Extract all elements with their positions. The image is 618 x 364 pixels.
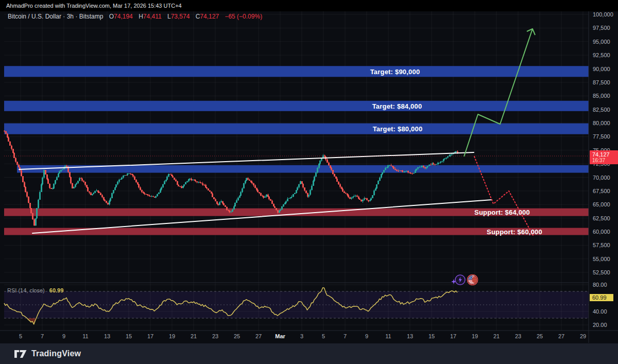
candle-body — [345, 193, 347, 194]
time-axis-label[interactable]: 19 — [169, 334, 175, 339]
time-axis-label[interactable]: 3 — [300, 334, 303, 339]
time-axis-label[interactable]: 11 — [385, 334, 391, 339]
price-axis-label[interactable]: 97,500 — [593, 25, 610, 31]
trendline-wedge-upper[interactable] — [19, 152, 474, 169]
candle-body — [406, 171, 407, 171]
candle-body — [90, 193, 92, 195]
price-axis-label[interactable]: 82,500 — [593, 107, 610, 113]
trendline-wedge-lower[interactable] — [32, 200, 492, 233]
time-axis-label[interactable]: 17 — [450, 334, 456, 339]
candle-body — [356, 196, 358, 197]
candle-body — [175, 180, 177, 181]
time-axis-label[interactable]: Mar — [275, 334, 285, 339]
price-axis-label[interactable]: 60,000 — [593, 229, 610, 235]
candle-body — [11, 146, 12, 149]
rsi-line[interactable] — [4, 288, 457, 324]
rsi-title: RSI (14, close) — [7, 287, 45, 293]
price-axis-label[interactable]: 67,500 — [593, 188, 610, 194]
rsi-axis-label[interactable]: 20.00 — [593, 322, 607, 328]
candle-body — [4, 131, 5, 131]
tradingview-brand[interactable]: TradingView — [31, 349, 81, 358]
time-axis-label[interactable]: 27 — [558, 334, 564, 339]
price-axis-label[interactable]: 77,500 — [593, 134, 610, 140]
price-axis-label[interactable]: 55,000 — [593, 256, 610, 262]
rsi-axis-label[interactable]: 40.00 — [593, 309, 607, 315]
candle-body — [445, 158, 447, 159]
price-axis-label[interactable]: 95,000 — [593, 39, 610, 45]
zone-label: Support: $64,000 — [474, 209, 530, 216]
price-axis-label[interactable]: 62,500 — [593, 216, 610, 221]
candle-body — [83, 181, 84, 182]
candle-body — [402, 170, 403, 171]
time-axis-label[interactable]: 7 — [344, 334, 347, 339]
time-axis-label[interactable]: 23 — [515, 334, 521, 339]
candle-body — [327, 160, 328, 162]
price-axis-label[interactable]: 52,500 — [593, 270, 610, 275]
bullish-projection-line[interactable] — [464, 29, 533, 157]
price-axis-label[interactable]: 92,500 — [593, 53, 610, 58]
candle-body — [103, 197, 105, 200]
footer-bar: TradingView — [0, 343, 618, 364]
candlestick-series[interactable] — [4, 130, 458, 226]
price-axis-label[interactable]: 100,000 — [593, 12, 613, 18]
time-axis-label[interactable]: 17 — [147, 334, 153, 339]
candle-body — [114, 187, 116, 190]
candle-body — [117, 182, 118, 184]
rsi-header[interactable]: RSI (14, close) 60.99 — [7, 287, 63, 293]
rsi-axis-label[interactable]: 80.00 — [593, 282, 607, 288]
time-axis-label[interactable]: 19 — [472, 334, 478, 339]
time-axis-label[interactable]: 27 — [255, 334, 262, 339]
time-axis-label[interactable]: 23 — [212, 334, 218, 339]
candle-body — [161, 187, 162, 189]
zone-label: Target: $90,000 — [370, 67, 420, 75]
lightning-sticker-icon[interactable] — [455, 274, 466, 287]
candle-body — [137, 182, 139, 184]
candle-body — [334, 174, 335, 177]
time-axis-label[interactable]: 9 — [365, 334, 368, 339]
candle-body — [79, 178, 80, 181]
time-axis-label[interactable]: 25 — [537, 334, 543, 339]
price-axis-label[interactable]: 57,500 — [593, 242, 610, 248]
candle-body — [215, 199, 216, 201]
us-flag-sticker-icon[interactable] — [467, 274, 478, 288]
candle-body — [419, 167, 420, 168]
candle-body — [222, 201, 224, 203]
time-axis-label[interactable]: 13 — [104, 334, 110, 339]
time-axis-label[interactable]: 9 — [62, 334, 65, 339]
candle-body — [8, 137, 9, 142]
price-axis-label[interactable]: 65,000 — [593, 202, 610, 207]
candle-body — [355, 196, 356, 196]
time-axis-label[interactable]: 5 — [19, 334, 22, 339]
candle-body — [130, 174, 131, 174]
symbol-bar[interactable]: Bitcoin / U.S. Dollar · 3h · Bitstamp O7… — [8, 13, 262, 21]
candle-body — [38, 200, 39, 209]
candle-body — [263, 196, 264, 198]
price-axis-label[interactable]: 80,000 — [593, 120, 610, 126]
tradingview-logo-icon[interactable] — [14, 350, 27, 358]
bearish-projection-line[interactable] — [474, 157, 534, 236]
time-axis-label[interactable]: 29 — [580, 334, 586, 339]
price-axis-label[interactable]: 70,000 — [593, 175, 610, 181]
candle-body — [250, 181, 252, 182]
candle-body — [123, 176, 124, 177]
candle-body — [59, 171, 60, 174]
time-axis-label[interactable]: 7 — [41, 334, 44, 339]
candle-body — [162, 184, 164, 187]
price-axis-label[interactable]: 90,000 — [593, 66, 610, 72]
time-axis-label[interactable]: 25 — [234, 334, 240, 339]
candle-body — [50, 188, 52, 189]
time-axis-label[interactable]: 15 — [126, 334, 132, 339]
candle-body — [200, 183, 202, 183]
time-axis-label[interactable]: 5 — [322, 334, 325, 339]
time-axis-label[interactable]: 11 — [82, 334, 88, 339]
time-axis-label[interactable]: 21 — [493, 334, 500, 339]
price-chart-canvas[interactable] — [0, 0, 618, 364]
time-axis-label[interactable]: 15 — [428, 334, 435, 339]
symbol-title[interactable]: Bitcoin / U.S. Dollar · 3h · Bitstamp — [8, 13, 103, 20]
time-axis-label[interactable]: 21 — [191, 334, 197, 339]
price-axis-label[interactable]: 87,500 — [593, 80, 610, 85]
price-axis-label[interactable]: 85,000 — [593, 93, 610, 99]
candle-body — [196, 181, 198, 182]
time-axis-label[interactable]: 13 — [407, 334, 413, 339]
candle-body — [97, 190, 99, 192]
